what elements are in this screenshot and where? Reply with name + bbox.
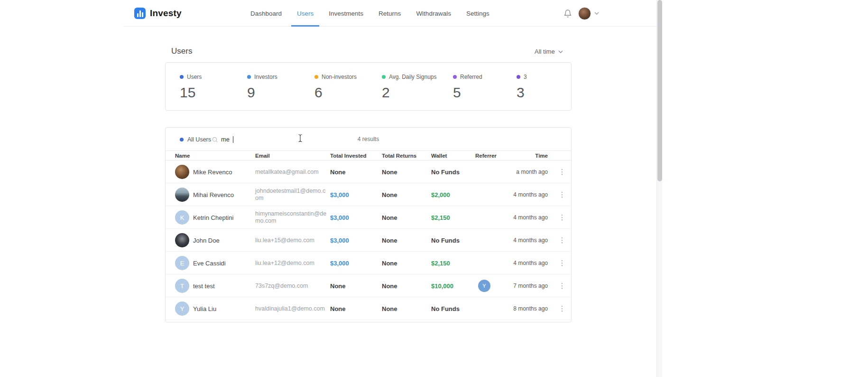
user-name: Yulia Liu: [193, 297, 216, 320]
nav-item-investments[interactable]: Investments: [323, 0, 369, 27]
table-row[interactable]: Y Yulia Liu hvaldinajulia1@demo.com None…: [166, 297, 571, 320]
stat-investors: Investors 9: [247, 74, 277, 101]
total-returns: None: [382, 297, 397, 320]
stat-dot: [382, 75, 386, 79]
stat-value: 5: [453, 85, 482, 101]
nav-item-withdrawals[interactable]: Withdrawals: [410, 0, 457, 27]
stat-dot: [180, 75, 184, 79]
stat-label: 3: [524, 74, 527, 80]
profile-avatar[interactable]: [578, 7, 591, 20]
wallet-value: No Funds: [431, 229, 460, 252]
total-invested: $3,000: [330, 183, 349, 206]
user-email: himynameisconstantin@demo.com: [255, 206, 327, 229]
stat-avg-daily-signups: Avg. Daily Signups 2: [382, 74, 437, 101]
search-icon: [212, 136, 218, 143]
user-avatar: [175, 233, 189, 247]
wallet-value: No Funds: [431, 297, 460, 320]
time-ago: 8 months ago: [513, 297, 548, 320]
nav-item-returns[interactable]: Returns: [373, 0, 406, 27]
stat-users: Users 15: [180, 74, 202, 101]
total-invested: None: [330, 160, 346, 183]
stat-value: 2: [382, 85, 437, 101]
col-header-wallet: Wallet: [431, 151, 447, 160]
stat-dot: [453, 75, 457, 79]
nav-item-dashboard[interactable]: Dashboard: [245, 0, 287, 27]
wallet-value: $2,150: [431, 252, 450, 274]
user-stats-card: Users 15 Investors 9 Non-investors 6 Avg…: [165, 62, 572, 111]
table-row[interactable]: Mihai Revenco johndoetestmail1@demo.com …: [166, 183, 571, 206]
user-avatar: T: [175, 279, 189, 293]
col-header-total-returns: Total Returns: [382, 151, 416, 160]
stat-dot: [314, 75, 318, 79]
row-menu-icon[interactable]: ⋮: [559, 252, 565, 274]
stat-referrers: 3 3: [517, 74, 527, 101]
brand-logo[interactable]: Investy: [134, 0, 182, 27]
user-name: Mihai Revenco: [193, 183, 234, 206]
time-ago: 4 months ago: [513, 252, 548, 274]
user-name: Ketrin Cheptini: [193, 206, 233, 229]
stat-referred: Referred 5: [453, 74, 482, 101]
user-name: John Doe: [193, 229, 220, 252]
chevron-down-icon: [558, 50, 563, 53]
time-filter-label: All time: [535, 48, 555, 55]
time-filter-dropdown[interactable]: All time: [535, 48, 563, 55]
users-table-card: All Users 4 results me Name Email Total …: [165, 127, 572, 322]
stat-dot: [517, 75, 520, 79]
notifications-bell-icon[interactable]: [563, 9, 572, 18]
total-returns: None: [382, 160, 397, 183]
nav-item-users[interactable]: Users: [291, 0, 319, 27]
time-ago: 4 months ago: [513, 183, 548, 206]
row-menu-icon[interactable]: ⋮: [559, 274, 565, 297]
table-filter-row: All Users 4 results me: [166, 128, 571, 151]
text-cursor-pointer: [297, 134, 303, 144]
table-row[interactable]: Mike Revenco metallkatea@gmail.com None …: [166, 160, 571, 183]
total-invested: $3,000: [330, 252, 349, 274]
total-returns: None: [382, 274, 397, 297]
row-menu-icon[interactable]: ⋮: [559, 297, 565, 320]
stat-label: Investors: [254, 74, 277, 80]
row-menu-icon[interactable]: ⋮: [559, 206, 565, 229]
vertical-scrollbar[interactable]: [656, 0, 662, 377]
table-row[interactable]: E Eve Cassidi liu.lea+12@demo.com $3,000…: [166, 252, 571, 274]
stat-value: 3: [517, 85, 527, 101]
wallet-value: $10,000: [431, 274, 453, 297]
table-header-row: Name Email Total Invested Total Returns …: [166, 151, 571, 160]
row-menu-icon[interactable]: ⋮: [559, 160, 565, 183]
search-input[interactable]: me: [212, 128, 233, 151]
user-avatar: Y: [175, 302, 189, 316]
stat-value: 9: [247, 85, 277, 101]
time-ago: a month ago: [516, 160, 548, 183]
user-avatar: [175, 165, 189, 179]
user-email: 73s7zq@demo.com: [255, 274, 327, 297]
scrollbar-thumb[interactable]: [657, 0, 662, 181]
time-ago: 4 months ago: [513, 229, 548, 252]
nav-item-settings[interactable]: Settings: [461, 0, 495, 27]
col-header-email: Email: [255, 151, 270, 160]
time-ago: 4 months ago: [513, 206, 548, 229]
profile-chevron-down-icon[interactable]: [594, 12, 599, 15]
brand-logo-icon: [134, 8, 146, 19]
stat-label: Avg. Daily Signups: [389, 74, 437, 80]
table-row[interactable]: John Doe liu.lea+15@demo.com $3,000 None…: [166, 229, 571, 252]
stat-label: Referred: [460, 74, 482, 80]
wallet-value: $2,150: [431, 206, 450, 229]
stat-label: Users: [187, 74, 202, 80]
table-row[interactable]: K Ketrin Cheptini himynameisconstantin@d…: [166, 206, 571, 229]
table-row[interactable]: T test test 73s7zq@demo.com None None $1…: [166, 274, 571, 297]
referrer-avatar[interactable]: Y: [478, 280, 490, 292]
user-avatar: K: [175, 210, 189, 225]
user-name: test test: [193, 274, 215, 297]
user-name: Eve Cassidi: [193, 252, 226, 274]
total-invested: None: [330, 297, 346, 320]
time-ago: 7 months ago: [513, 274, 548, 297]
total-invested: $3,000: [330, 206, 349, 229]
col-header-time: Time: [535, 151, 548, 160]
top-navbar: Investy Dashboard Users Investments Retu…: [124, 0, 659, 27]
row-menu-icon[interactable]: ⋮: [559, 229, 565, 252]
wallet-value: $2,000: [431, 183, 450, 206]
col-header-referrer: Referrer: [475, 151, 497, 160]
user-avatar: [175, 188, 189, 202]
stat-value: 15: [180, 85, 202, 101]
row-menu-icon[interactable]: ⋮: [559, 183, 565, 206]
page-title: Users: [171, 47, 192, 56]
